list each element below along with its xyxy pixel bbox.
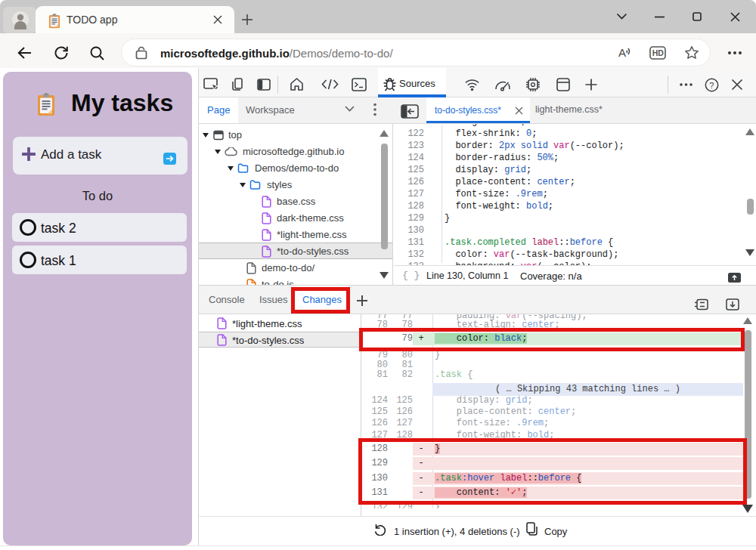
svg-text:HD: HD [652, 48, 665, 57]
svg-text:?: ? [709, 81, 714, 90]
svg-text:A: A [618, 46, 626, 59]
